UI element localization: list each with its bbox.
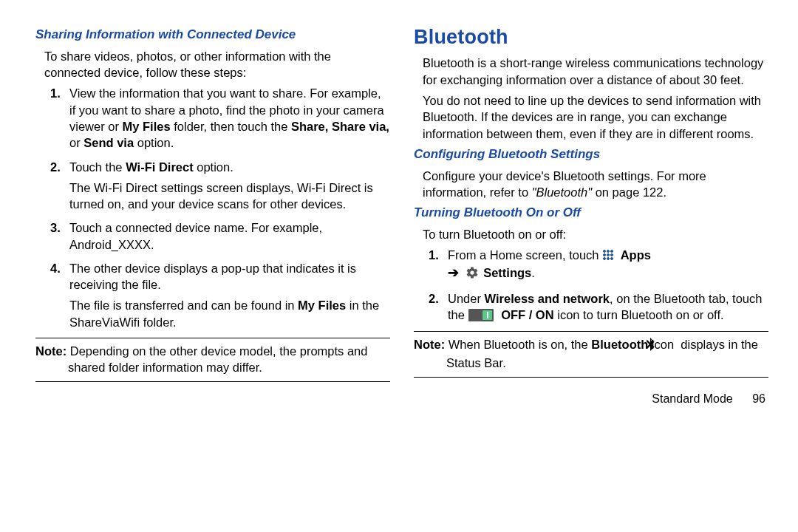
note-block-left: Note: Depending on the other device mode… (35, 338, 390, 383)
text: Touch a connected device name. For examp… (69, 221, 322, 250)
step-3: Touch a connected device name. For examp… (35, 219, 390, 253)
heading-bluetooth: Bluetooth (414, 24, 768, 50)
text-bold: Wi-Fi Direct (126, 160, 194, 174)
text-bold: My Files (298, 299, 346, 312)
text-bold: Send via (83, 136, 134, 149)
text-bold: Bluetooth (591, 338, 648, 351)
turn-intro: To turn Bluetooth on or off: (414, 226, 768, 242)
text: or (69, 136, 83, 149)
intro-text: To share videos, photos, or other inform… (35, 48, 390, 81)
step-1-right: From a Home screen, touch Apps ➔ Setting… (414, 247, 768, 283)
text-bold: Share, Share via, (291, 120, 389, 133)
step-2: Touch the Wi-Fi Direct option. The Wi-Fi… (35, 159, 390, 213)
text: When Bluetooth is on, the (445, 338, 591, 351)
apps-icon (602, 249, 614, 261)
text-italic: "Bluetooth" (532, 185, 592, 199)
footer-section: Standard Mode (652, 392, 732, 405)
step-2-right: Under Wireless and network, on the Bluet… (414, 290, 768, 324)
left-column: Sharing Information with Connected Devic… (35, 24, 390, 407)
heading-configuring: Configuring Bluetooth Settings (414, 146, 768, 163)
steps-list-right: From a Home screen, touch Apps ➔ Setting… (414, 247, 768, 323)
steps-list-left: View the information that you want to sh… (35, 85, 390, 330)
text: The Wi-Fi Direct settings screen display… (69, 181, 373, 211)
apps-label: Apps (621, 248, 651, 262)
settings-icon (466, 266, 479, 283)
period: . (531, 266, 535, 279)
note-block-right: Note: When Bluetooth is on, the Bluetoot… (414, 331, 768, 378)
page-footer: Standard Mode 96 (414, 391, 768, 407)
note-text: Depending on the other device model, the… (66, 344, 367, 374)
note-label: Note: (414, 338, 445, 351)
bt-desc-1: Bluetooth is a short-range wireless comm… (414, 55, 768, 88)
text: Under (448, 292, 485, 305)
page: Sharing Information with Connected Devic… (0, 0, 798, 415)
text: on page 122. (592, 185, 666, 199)
off-on-label: OFF / ON (501, 308, 554, 321)
cfg-text: Configure your device's Bluetooth settin… (414, 168, 768, 201)
text-bold: My Files (123, 120, 171, 133)
heading-turning: Turning Bluetooth On or Off (414, 205, 768, 222)
footer-page-number: 96 (752, 392, 765, 405)
bt-desc-2: You do not need to line up the devices t… (414, 92, 768, 142)
text: option. (194, 160, 233, 174)
text: icon to turn Bluetooth on or off. (554, 308, 724, 321)
text-bold: Wireless and network (485, 292, 610, 305)
heading-sharing: Sharing Information with Connected Devic… (35, 27, 390, 44)
text: The other device displays a pop-up that … (69, 262, 356, 291)
text: From a Home screen, touch (448, 248, 602, 262)
text: The file is transferred and can be found… (69, 299, 298, 312)
text: option. (134, 136, 174, 149)
step-1: View the information that you want to sh… (35, 85, 390, 151)
toggle-icon (468, 309, 494, 321)
arrow-icon: ➔ (448, 264, 459, 282)
right-column: Bluetooth Bluetooth is a short-range wir… (414, 24, 768, 407)
text: Touch the (69, 160, 126, 174)
settings-label: Settings (483, 266, 531, 279)
note-label: Note: (35, 344, 66, 358)
text: folder, then touch the (171, 120, 291, 133)
step-4: The other device displays a pop-up that … (35, 260, 390, 330)
